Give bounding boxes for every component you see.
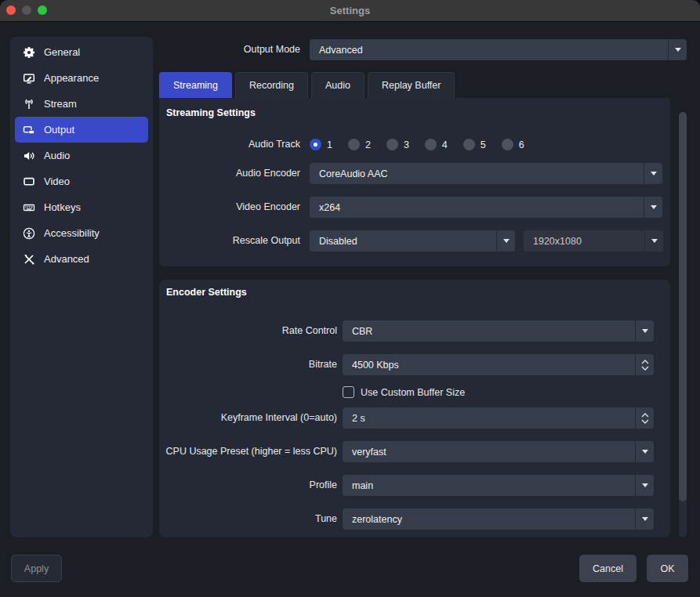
vertical-scrollbar-thumb[interactable] xyxy=(679,112,687,501)
sidebar-item-accessibility[interactable]: Accessibility xyxy=(15,220,148,246)
custom-buffer-checkbox[interactable] xyxy=(343,386,354,398)
use-custom-buffer-row[interactable]: Use Custom Buffer Size xyxy=(343,386,465,398)
rescale-resolution-combo[interactable]: 1920x1080 xyxy=(524,230,663,251)
sidebar-item-video[interactable]: Video xyxy=(15,168,148,194)
audio-encoder-dropdown[interactable]: CoreAudio AAC xyxy=(310,163,662,184)
bitrate-label: Bitrate xyxy=(159,354,337,375)
radio-track-3[interactable]: 3 xyxy=(386,139,409,150)
close-button[interactable] xyxy=(6,5,16,15)
tab-label: Replay Buffer xyxy=(382,80,441,91)
dropdown-arrow-box xyxy=(635,475,654,496)
custom-buffer-label: Use Custom Buffer Size xyxy=(361,387,465,398)
sidebar: General Appearance Stream Output Audio V… xyxy=(10,37,153,537)
sidebar-item-label: Audio xyxy=(44,150,70,161)
dropdown-arrow-box xyxy=(644,163,662,184)
tools-icon xyxy=(23,253,35,266)
rescale-output-dropdown[interactable]: Disabled xyxy=(310,230,515,251)
chevron-up-icon[interactable] xyxy=(641,360,649,364)
sidebar-item-general[interactable]: General xyxy=(15,39,148,65)
keyframe-interval-spinbox[interactable]: 2 s xyxy=(343,407,654,429)
sidebar-item-output[interactable]: Output xyxy=(15,117,148,143)
chevron-down-icon[interactable] xyxy=(641,366,649,371)
tune-label: Tune xyxy=(159,508,337,530)
radio-icon xyxy=(463,139,475,150)
tune-value: zerolatency xyxy=(343,514,635,525)
audio-encoder-value: CoreAudio AAC xyxy=(310,168,644,179)
chevron-down-icon[interactable] xyxy=(641,419,649,424)
radio-icon xyxy=(386,139,398,150)
streaming-settings-card: Streaming Settings Audio Track 1 2 3 4 5… xyxy=(159,98,670,266)
profile-dropdown[interactable]: main xyxy=(343,475,654,496)
chevron-down-icon xyxy=(651,205,657,209)
bitrate-spinbox[interactable]: 4500 Kbps xyxy=(343,354,654,375)
radio-selected-icon xyxy=(310,139,321,150)
sidebar-item-advanced[interactable]: Advanced xyxy=(15,246,148,272)
apply-button[interactable]: Apply xyxy=(11,555,62,582)
zoom-button[interactable] xyxy=(38,5,47,15)
radio-track-5[interactable]: 5 xyxy=(463,139,486,150)
chevron-down-icon xyxy=(642,329,648,333)
audio-encoder-label: Audio Encoder xyxy=(159,163,300,184)
keyboard-icon xyxy=(23,201,35,214)
sidebar-item-stream[interactable]: Stream xyxy=(15,91,148,117)
cpu-preset-dropdown[interactable]: veryfast xyxy=(343,441,654,462)
sidebar-item-label: Advanced xyxy=(44,253,89,265)
gear-icon xyxy=(23,46,35,59)
spinner-buttons[interactable] xyxy=(635,407,654,429)
radio-label: 5 xyxy=(481,139,486,150)
radio-icon xyxy=(425,139,437,150)
dropdown-arrow-box xyxy=(668,39,687,60)
radio-track-2[interactable]: 2 xyxy=(348,139,371,150)
sidebar-item-appearance[interactable]: Appearance xyxy=(15,65,148,91)
tune-dropdown[interactable]: zerolatency xyxy=(343,508,654,530)
tab-label: Recording xyxy=(249,80,294,91)
ok-button[interactable]: OK xyxy=(647,555,688,582)
section-title: Streaming Settings xyxy=(166,107,256,118)
cpu-preset-value: veryfast xyxy=(343,447,635,458)
radio-track-6[interactable]: 6 xyxy=(502,139,524,150)
sidebar-item-audio[interactable]: Audio xyxy=(15,143,148,168)
vertical-scrollbar-track[interactable] xyxy=(679,112,687,537)
dropdown-arrow-box xyxy=(496,230,515,251)
tab-label: Audio xyxy=(325,80,350,91)
output-mode-value: Advanced xyxy=(310,45,668,56)
spinner-buttons[interactable] xyxy=(635,354,654,375)
speaker-icon xyxy=(23,150,35,162)
rate-control-dropdown[interactable]: CBR xyxy=(343,320,654,342)
chevron-down-icon xyxy=(642,483,648,487)
rate-control-label: Rate Control xyxy=(159,320,337,342)
radio-label: 3 xyxy=(404,139,409,150)
sidebar-item-label: General xyxy=(44,46,80,58)
radio-track-1[interactable]: 1 xyxy=(310,139,332,150)
accessibility-icon xyxy=(23,227,35,240)
sidebar-item-label: Output xyxy=(44,124,74,136)
sidebar-item-hotkeys[interactable]: Hotkeys xyxy=(15,194,148,220)
video-encoder-dropdown[interactable]: x264 xyxy=(310,197,662,218)
sidebar-item-label: Stream xyxy=(44,98,77,110)
chevron-down-icon xyxy=(642,517,648,521)
dropdown-arrow-box xyxy=(644,230,663,251)
cancel-button[interactable]: Cancel xyxy=(579,555,637,582)
dropdown-arrow-box xyxy=(635,441,654,462)
bitrate-value: 4500 Kbps xyxy=(343,360,635,371)
tab-audio[interactable]: Audio xyxy=(311,72,365,98)
chevron-up-icon[interactable] xyxy=(641,413,649,418)
screen-share-icon xyxy=(23,124,35,136)
dropdown-arrow-box xyxy=(635,508,654,530)
window-title: Settings xyxy=(330,5,370,16)
keyframe-interval-label: Keyframe Interval (0=auto) xyxy=(159,407,337,429)
radio-track-4[interactable]: 4 xyxy=(425,139,448,150)
profile-label: Profile xyxy=(159,475,337,496)
dropdown-arrow-box xyxy=(644,197,662,218)
tab-recording[interactable]: Recording xyxy=(235,72,308,98)
sidebar-item-label: Appearance xyxy=(44,72,99,84)
antenna-icon xyxy=(23,98,35,110)
chevron-down-icon xyxy=(651,172,657,175)
keyframe-interval-value: 2 s xyxy=(343,413,635,424)
sidebar-item-label: Hotkeys xyxy=(44,201,81,213)
output-mode-dropdown[interactable]: Advanced xyxy=(310,39,687,60)
tab-replay-buffer[interactable]: Replay Buffer xyxy=(368,72,455,98)
tab-streaming[interactable]: Streaming xyxy=(159,72,232,98)
audio-track-label: Audio Track xyxy=(159,134,300,155)
rescale-output-value: Disabled xyxy=(310,236,496,247)
